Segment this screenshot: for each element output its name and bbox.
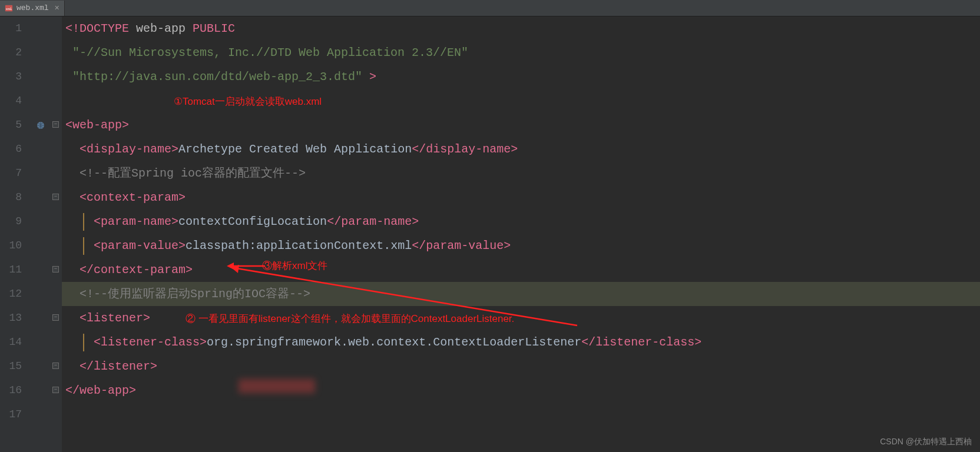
- fold-gutter: − − − − − −: [50, 16, 62, 452]
- icon-gutter: [32, 16, 50, 452]
- fold-toggle-icon[interactable]: −: [52, 363, 59, 369]
- svg-text:xml: xml: [6, 6, 12, 11]
- editor: 1 2 3 4 5 6 7 8 9 10 11 12 13 14 15 16 1…: [0, 16, 980, 452]
- line-number: 16: [0, 378, 22, 403]
- code-line: </context-param>: [62, 258, 980, 282]
- line-number: 5: [0, 113, 22, 137]
- line-number: 13: [0, 306, 22, 330]
- code-line: <display-name>Archetype Created Web Appl…: [62, 137, 980, 161]
- code-line: <param-value>classpath:applicationContex…: [62, 234, 980, 258]
- line-number: 4: [0, 89, 22, 113]
- annotation-1: ①Tomcat一启动就会读取web.xml: [174, 95, 322, 108]
- line-number-gutter: 1 2 3 4 5 6 7 8 9 10 11 12 13 14 15 16 1…: [0, 16, 32, 452]
- code-line: <param-name>contextConfigLocation</param…: [62, 210, 980, 234]
- line-number: 6: [0, 137, 22, 161]
- close-icon[interactable]: ×: [55, 4, 59, 13]
- line-number: 17: [0, 403, 22, 427]
- code-line: </web-app>: [62, 378, 980, 403]
- line-number: 8: [0, 185, 22, 210]
- tab-filename: web.xml: [16, 4, 49, 12]
- fold-toggle-icon[interactable]: −: [52, 194, 59, 200]
- code-line: <!DOCTYPE web-app PUBLIC: [62, 16, 980, 41]
- watermark: CSDN @伏加特遇上西柚: [880, 437, 972, 447]
- fold-toggle-icon[interactable]: −: [52, 387, 59, 393]
- xml-file-icon: xml: [5, 4, 13, 12]
- code-line: <listener-class>org.springframework.web.…: [62, 330, 980, 354]
- code-line: <context-param>: [62, 185, 980, 210]
- line-number: 9: [0, 210, 22, 234]
- globe-icon[interactable]: [36, 120, 45, 129]
- fold-toggle-icon[interactable]: −: [52, 314, 59, 321]
- fold-toggle-icon[interactable]: −: [52, 121, 59, 128]
- line-number: 3: [0, 65, 22, 89]
- tab-bar: xml web.xml ×: [0, 0, 980, 16]
- line-number: 12: [0, 282, 22, 306]
- code-area[interactable]: <!DOCTYPE web-app PUBLIC "-//Sun Microsy…: [62, 16, 980, 452]
- line-number: 1: [0, 16, 22, 41]
- code-line: <web-app>: [62, 113, 980, 137]
- code-line: </listener>: [62, 354, 980, 378]
- line-number: 10: [0, 234, 22, 258]
- code-line: "http://java.sun.com/dtd/web-app_2_3.dtd…: [62, 65, 980, 89]
- code-line: "-//Sun Microsystems, Inc.//DTD Web Appl…: [62, 41, 980, 65]
- file-tab[interactable]: xml web.xml ×: [0, 1, 65, 16]
- line-number: 14: [0, 330, 22, 354]
- code-line: <!--配置Spring ioc容器的配置文件-->: [62, 161, 980, 185]
- code-line: <!--使用监听器启动Spring的IOC容器-->: [62, 282, 980, 306]
- code-line: [62, 403, 980, 427]
- line-number: 11: [0, 258, 22, 282]
- fold-toggle-icon[interactable]: −: [52, 266, 59, 272]
- line-number: 2: [0, 41, 22, 65]
- annotation-2: ② 一看见里面有listener这个组件，就会加载里面的ContextLoade…: [186, 312, 514, 325]
- line-number: 15: [0, 354, 22, 378]
- annotation-3: ③解析xml文件: [262, 259, 327, 272]
- line-number: 7: [0, 161, 22, 185]
